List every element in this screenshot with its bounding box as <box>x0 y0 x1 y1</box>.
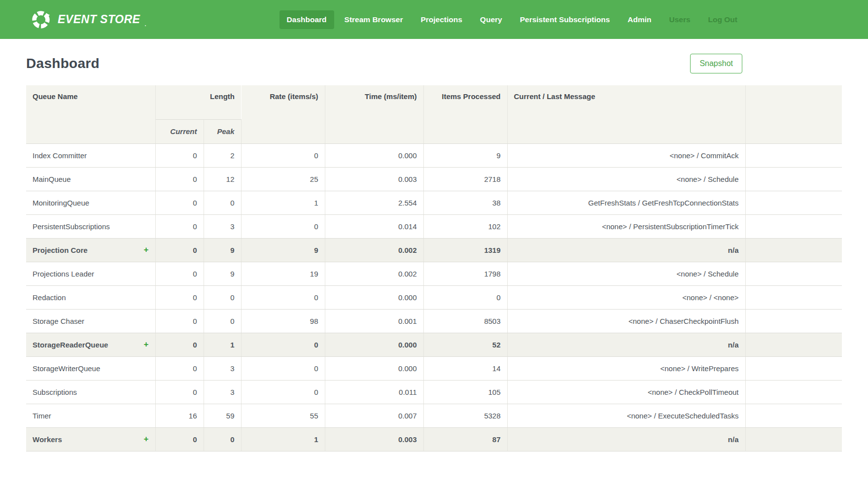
length-peak-cell: 59 <box>204 404 241 427</box>
queue-name: StorageWriterQueue <box>33 364 100 373</box>
queue-name-cell: StorageWriterQueue <box>26 356 155 380</box>
items-processed-cell: 9 <box>423 143 507 167</box>
table-row: Projections Leader 0 9 19 0.002 1798 <no… <box>26 262 842 285</box>
col-header-length: Length <box>155 85 241 119</box>
queue-name: Workers <box>33 435 62 444</box>
queue-name-cell: MainQueue <box>26 167 155 191</box>
page-content: Dashboard Snapshot Queue Name Length Rat… <box>0 50 868 451</box>
time-cell: 0.001 <box>325 309 423 333</box>
table-row: Timer 16 59 55 0.007 5328 <none> / Execu… <box>26 404 842 427</box>
rate-cell: 1 <box>241 427 325 451</box>
queue-name: Redaction <box>33 293 66 302</box>
time-cell: 0.002 <box>325 262 423 285</box>
table-row: MonitoringQueue 0 0 1 2.554 38 GetFreshS… <box>26 191 842 214</box>
message-cell: <none> / Schedule <box>507 262 745 285</box>
queue-name: Index Committer <box>33 151 87 160</box>
queue-name-cell: PersistentSubscriptions <box>26 214 155 238</box>
col-header-filler <box>745 85 842 143</box>
filler-cell <box>745 427 842 451</box>
filler-cell <box>745 167 842 191</box>
rate-cell: 25 <box>241 167 325 191</box>
message-cell: <none> / WritePrepares <box>507 356 745 380</box>
expand-plus-icon[interactable]: + <box>144 245 149 255</box>
brand-trademark-dot: . <box>144 21 146 27</box>
length-peak-cell: 9 <box>204 262 241 285</box>
main-nav: DashboardStream BrowserProjectionsQueryP… <box>279 10 745 29</box>
brand-name: EVENT STORE <box>58 13 140 26</box>
items-processed-cell: 105 <box>423 380 507 404</box>
filler-cell <box>745 333 842 356</box>
queue-name-cell: Projection Core + <box>26 238 155 262</box>
message-cell: <none> / ExecuteScheduledTasks <box>507 404 745 427</box>
table-head: Queue Name Length Rate (items/s) Time (m… <box>26 85 842 143</box>
table-row: Projection Core + 0 9 9 0.002 1319 n/a <box>26 238 842 262</box>
queue-name: Projections Leader <box>33 270 94 278</box>
time-cell: 0.000 <box>325 356 423 380</box>
page-header: Dashboard Snapshot <box>26 50 842 77</box>
message-cell: <none> / <none> <box>507 285 745 309</box>
time-cell: 0.003 <box>325 167 423 191</box>
queue-name-cell: Subscriptions <box>26 380 155 404</box>
length-current-cell: 0 <box>155 214 204 238</box>
rate-cell: 19 <box>241 262 325 285</box>
message-cell: n/a <box>507 333 745 356</box>
filler-cell <box>745 214 842 238</box>
time-cell: 0.000 <box>325 333 423 356</box>
queue-name-cell: Projections Leader <box>26 262 155 285</box>
queue-name: Subscriptions <box>33 388 77 396</box>
queue-name: Timer <box>33 412 51 420</box>
col-header-rate: Rate (items/s) <box>241 85 325 143</box>
rate-cell: 0 <box>241 356 325 380</box>
nav-item-projections[interactable]: Projections <box>413 10 469 29</box>
length-current-cell: 0 <box>155 309 204 333</box>
queue-name: PersistentSubscriptions <box>33 222 110 231</box>
items-processed-cell: 102 <box>423 214 507 238</box>
queue-name: MainQueue <box>33 175 71 183</box>
length-peak-cell: 0 <box>204 191 241 214</box>
table-body: Index Committer 0 2 0 0.000 9 <none> / C… <box>26 143 842 451</box>
queue-name-cell: Redaction <box>26 285 155 309</box>
items-processed-cell: 2718 <box>423 167 507 191</box>
length-peak-cell: 3 <box>204 356 241 380</box>
nav-item-users[interactable]: Users <box>662 10 698 29</box>
message-cell: <none> / Schedule <box>507 167 745 191</box>
queue-name: StorageReaderQueue <box>33 341 108 349</box>
rate-cell: 55 <box>241 404 325 427</box>
length-current-cell: 0 <box>155 262 204 285</box>
filler-cell <box>745 380 842 404</box>
snapshot-button[interactable]: Snapshot <box>690 54 742 73</box>
length-current-cell: 0 <box>155 238 204 262</box>
message-cell: n/a <box>507 427 745 451</box>
nav-item-dashboard[interactable]: Dashboard <box>279 10 334 29</box>
length-peak-cell: 2 <box>204 143 241 167</box>
nav-item-persistent-subscriptions[interactable]: Persistent Subscriptions <box>513 10 618 29</box>
length-current-cell: 16 <box>155 404 204 427</box>
table-row: MainQueue 0 12 25 0.003 2718 <none> / Sc… <box>26 167 842 191</box>
length-peak-cell: 9 <box>204 238 241 262</box>
nav-item-admin[interactable]: Admin <box>620 10 659 29</box>
filler-cell <box>745 285 842 309</box>
top-navigation-bar: EVENT STORE . DashboardStream BrowserPro… <box>0 0 868 39</box>
message-cell: <none> / ChaserCheckpointFlush <box>507 309 745 333</box>
nav-item-query[interactable]: Query <box>473 10 510 29</box>
queue-name: Storage Chaser <box>33 317 84 325</box>
time-cell: 0.000 <box>325 285 423 309</box>
time-cell: 2.554 <box>325 191 423 214</box>
queue-name-cell: StorageReaderQueue + <box>26 333 155 356</box>
queue-name: Projection Core <box>33 246 88 254</box>
length-peak-cell: 3 <box>204 380 241 404</box>
expand-plus-icon[interactable]: + <box>144 340 149 349</box>
brand-home-link[interactable]: EVENT STORE . <box>31 9 146 30</box>
expand-plus-icon[interactable]: + <box>144 434 149 444</box>
length-current-cell: 0 <box>155 167 204 191</box>
message-cell: GetFreshStats / GetFreshTcpConnectionSta… <box>507 191 745 214</box>
nav-item-log-out[interactable]: Log Out <box>701 10 745 29</box>
queue-name-cell: Workers + <box>26 427 155 451</box>
length-peak-cell: 3 <box>204 214 241 238</box>
length-peak-cell: 1 <box>204 333 241 356</box>
col-header-items-processed: Items Processed <box>423 85 507 143</box>
nav-item-stream-browser[interactable]: Stream Browser <box>337 10 411 29</box>
items-processed-cell: 1798 <box>423 262 507 285</box>
table-row: StorageReaderQueue + 0 1 0 0.000 52 n/a <box>26 333 842 356</box>
length-peak-cell: 0 <box>204 427 241 451</box>
